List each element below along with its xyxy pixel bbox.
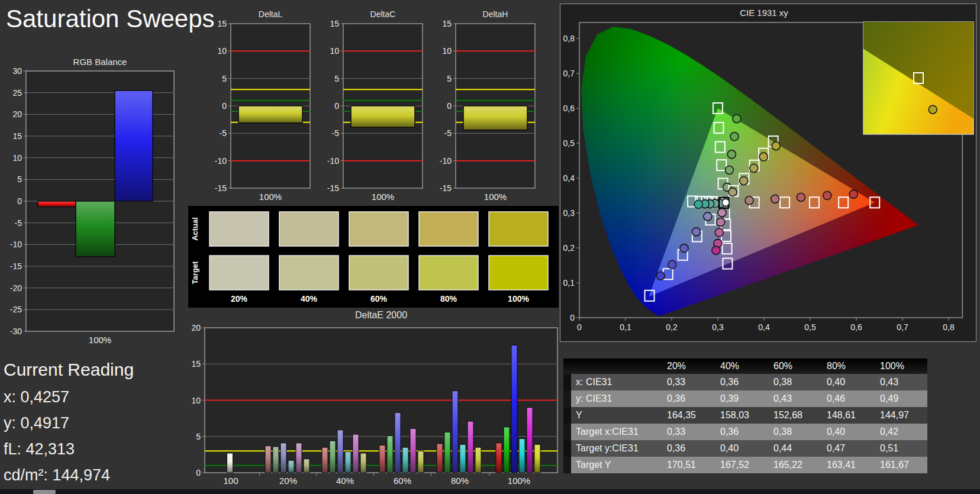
svg-text:0,6: 0,6 xyxy=(563,104,575,113)
delta-h-chart: DeltaH151050-5-10-15100% xyxy=(433,8,539,205)
svg-text:20: 20 xyxy=(12,109,22,119)
table-cell: 0,36 xyxy=(661,390,714,407)
svg-text:100%: 100% xyxy=(484,192,507,202)
table-row-label: Target y:CIE31 xyxy=(571,440,661,457)
page-title: Saturation Sweeps xyxy=(6,5,215,33)
table-cell: 0,38 xyxy=(768,374,821,390)
svg-text:Actual: Actual xyxy=(191,217,199,241)
svg-text:10: 10 xyxy=(442,46,452,56)
svg-text:-15: -15 xyxy=(10,261,22,271)
svg-text:0: 0 xyxy=(196,468,201,477)
svg-text:0,4: 0,4 xyxy=(563,173,575,183)
svg-text:-10: -10 xyxy=(327,156,339,166)
table-cell: 144,97 xyxy=(874,407,927,424)
svg-text:0: 0 xyxy=(17,196,22,206)
svg-text:20: 20 xyxy=(191,323,201,332)
svg-text:100%: 100% xyxy=(508,294,529,303)
bottom-edge-fragment xyxy=(33,490,56,494)
delta-c-chart: DeltaC151050-5-10-15100% xyxy=(321,8,426,205)
svg-text:15: 15 xyxy=(217,19,227,28)
table-cell: 0,51 xyxy=(874,440,927,457)
svg-text:DeltaE 2000: DeltaE 2000 xyxy=(355,310,407,320)
table-cell: 0,38 xyxy=(768,424,821,440)
svg-text:-5: -5 xyxy=(15,218,22,228)
svg-text:10: 10 xyxy=(12,153,22,163)
table-cell: 0,36 xyxy=(661,440,714,457)
svg-text:80%: 80% xyxy=(451,476,469,485)
table-cell: 164,35 xyxy=(661,407,714,424)
table-cell: 161,67 xyxy=(874,457,927,473)
table-row: y: CIE310,360,390,430,460,49 xyxy=(563,390,927,407)
table-cell: 0,49 xyxy=(874,390,927,407)
svg-text:0,5: 0,5 xyxy=(563,138,575,148)
measurement-table: 20%40%60%80%100%x: CIE310,330,360,380,40… xyxy=(563,359,877,473)
svg-text:10: 10 xyxy=(191,396,201,405)
svg-text:-15: -15 xyxy=(440,183,452,193)
table-header-row: 20%40%60%80%100% xyxy=(563,359,927,374)
svg-text:15: 15 xyxy=(330,19,339,28)
table-row-label: Y xyxy=(571,407,661,424)
swatch-comparison-panel: ActualTarget20%40%60%80%100% xyxy=(188,206,559,308)
svg-text:0,6: 0,6 xyxy=(850,322,862,332)
table-row-label: Target Y xyxy=(571,457,661,473)
current-reading-title: Current Reading xyxy=(4,360,134,380)
svg-text:-30: -30 xyxy=(10,327,22,336)
svg-text:0,1: 0,1 xyxy=(563,278,575,288)
current-reading-fl: fL: 42,313 xyxy=(4,440,134,459)
svg-text:40%: 40% xyxy=(301,294,318,303)
table-row-label: Target x:CIE31 xyxy=(571,424,661,440)
svg-text:-5: -5 xyxy=(332,128,340,138)
table-cell: 0,46 xyxy=(821,390,874,407)
svg-text:100%: 100% xyxy=(259,192,282,202)
svg-text:100%: 100% xyxy=(372,192,394,202)
svg-text:Target: Target xyxy=(191,261,199,284)
current-reading-y: y: 0,4917 xyxy=(4,414,134,432)
svg-text:0,2: 0,2 xyxy=(563,243,575,253)
svg-text:0: 0 xyxy=(447,101,452,111)
svg-text:-25: -25 xyxy=(10,305,22,314)
svg-text:-15: -15 xyxy=(215,183,227,193)
svg-text:0,8: 0,8 xyxy=(943,322,955,332)
current-reading-x: x: 0,4257 xyxy=(4,388,134,406)
table-cell: 0,40 xyxy=(821,424,874,440)
table-row: Y164,35158,03152,68148,61144,97 xyxy=(563,407,927,424)
svg-text:-5: -5 xyxy=(220,128,227,138)
table-row-label: y: CIE31 xyxy=(571,390,661,407)
svg-text:10: 10 xyxy=(330,46,339,56)
svg-text:DeltaC: DeltaC xyxy=(370,9,396,19)
svg-text:20%: 20% xyxy=(279,476,297,485)
svg-text:30: 30 xyxy=(12,66,22,76)
svg-text:5: 5 xyxy=(447,74,452,83)
svg-text:-15: -15 xyxy=(327,183,339,193)
svg-text:20%: 20% xyxy=(231,294,248,303)
svg-text:RGB Balance: RGB Balance xyxy=(73,57,127,67)
svg-text:-10: -10 xyxy=(10,240,22,249)
current-reading-cdm2: cd/m²: 144,974 xyxy=(4,466,134,485)
rgb-balance-chart: RGB Balance302520151050-5-10-15-20-25-30… xyxy=(5,57,178,356)
svg-text:0: 0 xyxy=(577,322,582,332)
table-row-label: x: CIE31 xyxy=(571,374,661,390)
svg-text:60%: 60% xyxy=(394,476,411,485)
svg-text:0: 0 xyxy=(222,101,227,111)
deltae-2000-chart: DeltaE 20002015105010020%40%60%80%100% xyxy=(187,306,563,485)
table-cell: 0,43 xyxy=(768,390,821,407)
table-cell: 165,22 xyxy=(768,457,821,473)
svg-text:5: 5 xyxy=(222,74,227,83)
table-row: Target Y170,51167,52165,22163,41161,67 xyxy=(563,457,927,473)
svg-text:-20: -20 xyxy=(10,283,22,293)
table-corner-cell xyxy=(571,359,661,374)
table-row: x: CIE310,330,360,380,400,43 xyxy=(563,374,927,390)
table-col-header: 100% xyxy=(874,359,927,374)
svg-text:5: 5 xyxy=(196,432,201,441)
svg-text:-5: -5 xyxy=(444,128,452,138)
svg-text:0,7: 0,7 xyxy=(897,322,908,332)
svg-text:5: 5 xyxy=(334,74,339,83)
table-row: Target x:CIE310,330,360,380,400,42 xyxy=(563,424,927,440)
svg-text:0,1: 0,1 xyxy=(620,322,631,332)
svg-text:0,3: 0,3 xyxy=(712,322,724,332)
svg-text:0,7: 0,7 xyxy=(563,69,575,78)
svg-text:-10: -10 xyxy=(215,156,227,166)
svg-text:100%: 100% xyxy=(508,476,530,485)
table-cell: 0,40 xyxy=(821,374,874,390)
table-cell: 0,44 xyxy=(768,440,821,457)
